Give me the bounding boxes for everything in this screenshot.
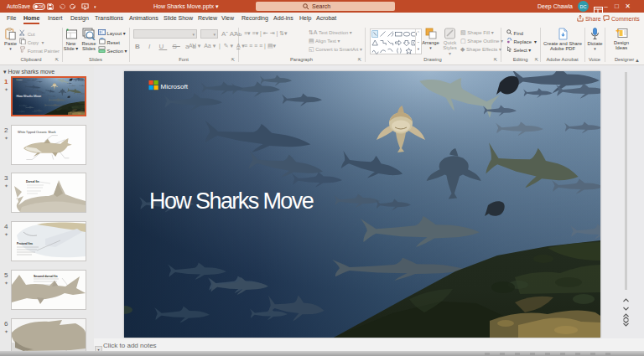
svg-text:White Tipped Oceanic Shark: White Tipped Oceanic Shark xyxy=(18,131,56,134)
svg-text:Second dorsal fin: Second dorsal fin xyxy=(34,275,57,278)
svg-text:Pectoral fins: Pectoral fins xyxy=(17,242,33,245)
svg-text:Dorsal fin: Dorsal fin xyxy=(26,180,39,183)
